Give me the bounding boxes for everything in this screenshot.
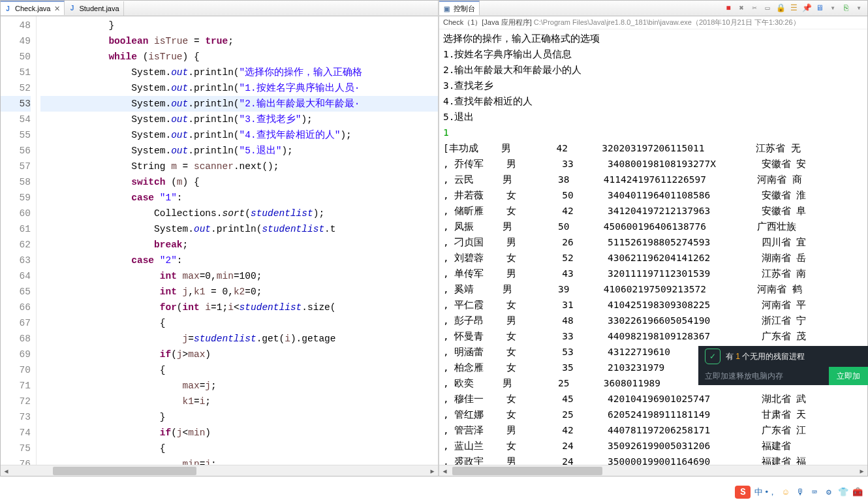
- java-file-icon: J: [3, 4, 12, 13]
- popup-accelerate-button[interactable]: 立即加: [829, 367, 868, 385]
- toolbox-icon[interactable]: 🧰: [852, 487, 863, 497]
- code-area[interactable]: } boolean isTrue = true; while (isTrue) …: [37, 16, 438, 465]
- console-toolbar: ■ ✖ ✂ ▭ 🔒 ☰ 📌 🖥 ▾ ⎘ ▾: [722, 3, 867, 14]
- security-popup: ✓ 有 1 个无用的残留进程 立即加速释放电脑内存 立即加: [698, 346, 868, 385]
- popup-title: 有 1 个无用的残留进程: [726, 351, 805, 362]
- skin-icon[interactable]: 👕: [838, 487, 848, 497]
- tab-label: Student.java: [79, 5, 119, 12]
- console-icon: ▣: [442, 4, 451, 13]
- java-file-icon: J: [67, 4, 76, 13]
- close-icon[interactable]: ✕: [54, 5, 60, 13]
- display-icon[interactable]: 🖥: [814, 3, 826, 14]
- scroll-thumb[interactable]: [452, 467, 602, 475]
- sogou-icon[interactable]: S: [735, 486, 751, 499]
- open-icon[interactable]: ⎘: [840, 3, 852, 14]
- mic-icon[interactable]: 🎙: [795, 487, 805, 497]
- menu-icon[interactable]: ▾: [853, 3, 865, 14]
- tab-check-java[interactable]: J Check.java ✕: [1, 1, 65, 15]
- console-hscrollbar[interactable]: ◀ ▶: [439, 465, 867, 476]
- console-output[interactable]: 选择你的操作，输入正确格式的选项 1.按姓名字典序输出人员信息 2.输出年龄最大…: [439, 29, 867, 465]
- tab-label: 控制台: [454, 4, 475, 14]
- console-launch-info: Check（1）[Java 应用程序] C:\Program Files\Jav…: [439, 16, 867, 29]
- popup-subtitle: 立即加速释放电脑内存: [698, 367, 829, 385]
- scroll-thumb[interactable]: [53, 467, 196, 475]
- settings-icon[interactable]: ⚙: [824, 487, 834, 497]
- scroll-left-arrow[interactable]: ◀: [439, 465, 450, 477]
- clear-icon[interactable]: ▭: [762, 3, 773, 14]
- scroll-right-arrow[interactable]: ▶: [856, 465, 867, 477]
- tab-console[interactable]: ▣ 控制台: [439, 1, 480, 15]
- keyboard-icon[interactable]: ⌨: [809, 487, 820, 497]
- dropdown-icon[interactable]: ▾: [827, 3, 839, 14]
- editor-pane: J Check.java ✕ J Student.java 4849505152…: [1, 1, 439, 476]
- console-pane: ▣ 控制台 ■ ✖ ✂ ▭ 🔒 ☰ 📌 🖥 ▾ ⎘ ▾ Check（1）[Jav…: [439, 1, 867, 476]
- tab-student-java[interactable]: J Student.java: [65, 1, 123, 16]
- pin-icon[interactable]: 📌: [801, 3, 813, 14]
- scroll-lock-icon[interactable]: 🔒: [775, 3, 786, 14]
- emoji-icon[interactable]: ☺: [781, 487, 791, 497]
- scroll-right-arrow[interactable]: ▶: [427, 465, 438, 477]
- remove-all-icon[interactable]: ✂: [749, 3, 760, 14]
- ime-taskbar: S 中 •， ☺ 🎙 ⌨ ⚙ 👕 🧰: [735, 484, 868, 500]
- ime-lang[interactable]: 中 •，: [754, 486, 777, 498]
- line-gutter: 4849505152535455565758596061626364656667…: [1, 16, 37, 465]
- console-tab-bar: ▣ 控制台 ■ ✖ ✂ ▭ 🔒 ☰ 📌 🖥 ▾ ⎘ ▾: [439, 1, 867, 16]
- shield-icon: ✓: [705, 349, 721, 364]
- word-wrap-icon[interactable]: ☰: [788, 3, 799, 14]
- terminate-icon[interactable]: ■: [722, 3, 734, 14]
- editor-hscrollbar[interactable]: ◀ ▶: [1, 465, 438, 476]
- remove-terminated-icon[interactable]: ✖: [736, 3, 747, 14]
- editor-tab-bar: J Check.java ✕ J Student.java: [1, 1, 438, 16]
- tab-label: Check.java: [15, 5, 50, 12]
- editor-body[interactable]: 4849505152535455565758596061626364656667…: [1, 16, 438, 465]
- scroll-left-arrow[interactable]: ◀: [1, 465, 12, 477]
